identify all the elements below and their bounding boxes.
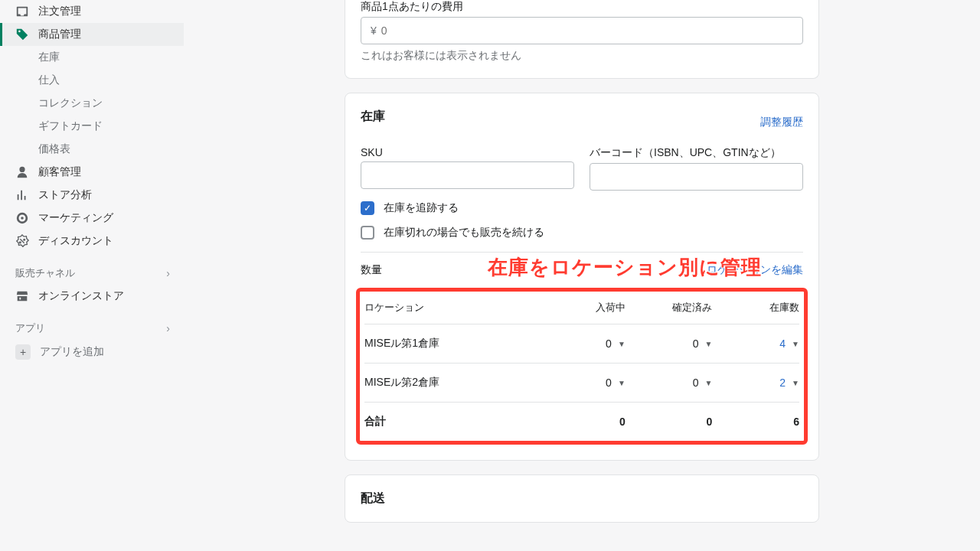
shipping-title: 配送 bbox=[361, 491, 803, 507]
nav-marketing[interactable]: マーケティング bbox=[0, 207, 184, 230]
location-table: ロケーション 入荷中 確定済み 在庫数 MISEル第1倉庫 0▼ 0▼ 4▼ bbox=[364, 292, 799, 441]
nav-orders-label: 注文管理 bbox=[38, 5, 81, 18]
barcode-input[interactable] bbox=[590, 163, 803, 191]
nav-analytics[interactable]: ストア分析 bbox=[0, 184, 184, 207]
nav-sub-giftcards[interactable]: ギフトカード bbox=[0, 115, 184, 138]
caret-down-icon: ▼ bbox=[618, 340, 626, 348]
nav-sub-purchase[interactable]: 仕入 bbox=[0, 69, 184, 92]
td-total-incoming: 0 bbox=[538, 416, 626, 428]
discount-icon bbox=[15, 234, 29, 248]
nav-online-store[interactable]: オンラインストア bbox=[0, 285, 184, 308]
channels-header[interactable]: 販売チャネル › bbox=[0, 253, 184, 285]
table-row: MISEル第1倉庫 0▼ 0▼ 4▼ bbox=[364, 324, 799, 364]
caret-down-icon: ▼ bbox=[618, 379, 626, 387]
barcode-label: バーコード（ISBN、UPC、GTINなど） bbox=[590, 146, 803, 160]
chevron-right-icon: › bbox=[166, 322, 170, 334]
add-app-button[interactable]: + アプリを追加 bbox=[0, 340, 184, 364]
nav-customers[interactable]: 顧客管理 bbox=[0, 161, 184, 184]
nav-products-label: 商品管理 bbox=[38, 28, 81, 41]
analytics-icon bbox=[15, 188, 29, 202]
nav-discounts[interactable]: ディスカウント bbox=[0, 230, 184, 253]
main-content: 商品1点あたりの費用 ¥ これはお客様には表示されません 在庫 調整履歴 SKU bbox=[184, 0, 980, 551]
cost-help-text: これはお客様には表示されません bbox=[361, 49, 803, 63]
available-dropdown[interactable]: 4▼ bbox=[779, 337, 799, 350]
apps-header[interactable]: アプリ › bbox=[0, 308, 184, 340]
incoming-dropdown[interactable]: 0▼ bbox=[606, 377, 626, 389]
th-location: ロケーション bbox=[364, 301, 538, 315]
adjustment-history-link[interactable]: 調整履歴 bbox=[760, 116, 803, 129]
nav-sub-collections[interactable]: コレクション bbox=[0, 92, 184, 115]
target-icon bbox=[15, 211, 29, 225]
th-available: 在庫数 bbox=[712, 301, 799, 315]
td-total-committed: 0 bbox=[626, 416, 713, 428]
sku-input[interactable] bbox=[361, 161, 574, 189]
caret-down-icon: ▼ bbox=[704, 340, 712, 348]
plus-icon: + bbox=[15, 344, 31, 360]
nav-sub-pricelists[interactable]: 価格表 bbox=[0, 138, 184, 161]
committed-dropdown[interactable]: 0▼ bbox=[693, 377, 713, 389]
th-incoming: 入荷中 bbox=[538, 301, 626, 315]
inventory-title: 在庫 bbox=[361, 109, 385, 125]
highlight-box: ロケーション 入荷中 確定済み 在庫数 MISEル第1倉庫 0▼ 0▼ 4▼ bbox=[356, 288, 808, 445]
inventory-card: 在庫 調整履歴 SKU バーコード（ISBN、UPC、GTINなど） ✓ 在 bbox=[345, 93, 819, 461]
caret-down-icon: ▼ bbox=[792, 340, 799, 348]
tag-icon bbox=[15, 28, 29, 41]
committed-dropdown[interactable]: 0▼ bbox=[693, 337, 713, 350]
currency-symbol: ¥ bbox=[371, 24, 377, 37]
td-total-available: 6 bbox=[712, 416, 799, 428]
td-total-label: 合計 bbox=[364, 415, 538, 429]
chevron-right-icon: › bbox=[166, 267, 170, 279]
cost-field[interactable] bbox=[381, 24, 793, 37]
track-inventory-label: 在庫を追跡する bbox=[384, 201, 459, 215]
oversell-checkbox[interactable] bbox=[361, 226, 374, 240]
cost-label: 商品1点あたりの費用 bbox=[361, 0, 803, 14]
quantity-title: 数量 bbox=[361, 263, 382, 277]
caret-down-icon: ▼ bbox=[792, 379, 799, 387]
track-inventory-checkbox[interactable]: ✓ bbox=[361, 201, 374, 215]
available-dropdown[interactable]: 2▼ bbox=[779, 377, 799, 389]
nav-orders[interactable]: 注文管理 bbox=[0, 0, 184, 23]
sku-label: SKU bbox=[361, 146, 574, 158]
th-committed: 確定済み bbox=[626, 301, 713, 315]
cost-card: 商品1点あたりの費用 ¥ これはお客様には表示されません bbox=[345, 0, 819, 79]
nav-sub-inventory[interactable]: 在庫 bbox=[0, 46, 184, 69]
nav-products[interactable]: 商品管理 bbox=[0, 23, 184, 46]
table-row-total: 合計 0 0 6 bbox=[364, 403, 799, 441]
sidebar: 注文管理 商品管理 在庫 仕入 コレクション ギフトカード 価格表 顧客管理 ス… bbox=[0, 0, 184, 551]
store-icon bbox=[15, 289, 29, 303]
td-location: MISEル第2倉庫 bbox=[364, 376, 538, 390]
table-header-row: ロケーション 入荷中 確定済み 在庫数 bbox=[364, 292, 799, 324]
incoming-dropdown[interactable]: 0▼ bbox=[606, 337, 626, 350]
oversell-label: 在庫切れの場合でも販売を続ける bbox=[384, 226, 544, 240]
shipping-card: 配送 bbox=[345, 474, 819, 523]
person-icon bbox=[15, 165, 29, 179]
table-row: MISEル第2倉庫 0▼ 0▼ 2▼ bbox=[364, 364, 799, 403]
caret-down-icon: ▼ bbox=[704, 379, 712, 387]
td-location: MISEル第1倉庫 bbox=[364, 337, 538, 350]
cost-input[interactable]: ¥ bbox=[361, 17, 803, 44]
edit-locations-link[interactable]: ロケーションを編集 bbox=[707, 263, 803, 277]
inbox-icon bbox=[15, 5, 29, 18]
